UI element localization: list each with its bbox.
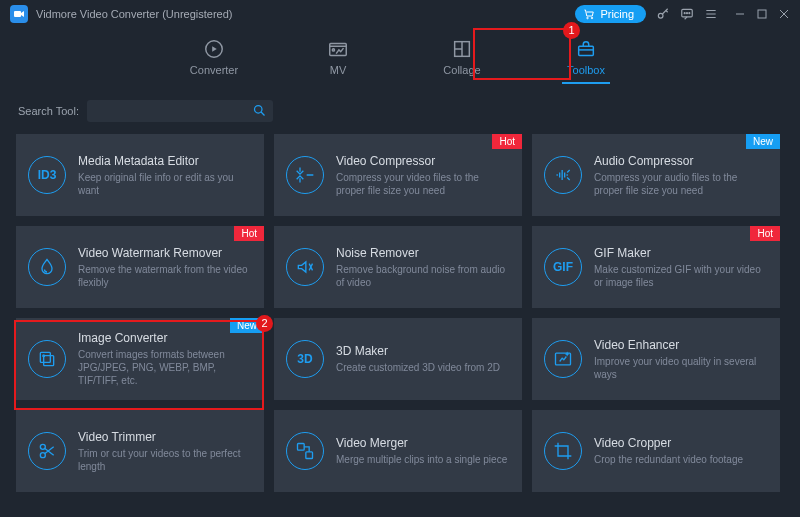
- card-desc: Remove the watermark from the video flex…: [78, 263, 252, 289]
- search-box: [87, 100, 273, 122]
- close-button[interactable]: [778, 8, 790, 20]
- card-audio-compressor[interactable]: New Audio CompressorCompress your audio …: [532, 134, 780, 216]
- mv-icon: [327, 38, 349, 60]
- hot-badge: Hot: [492, 134, 522, 149]
- gif-icon: GIF: [544, 248, 582, 286]
- svg-point-6: [687, 13, 688, 14]
- tabbar: Converter MV Collage Toolbox: [0, 34, 800, 84]
- card-title: 3D Maker: [336, 344, 500, 358]
- card-title: Noise Remover: [336, 246, 510, 260]
- search-row: Search Tool:: [0, 84, 800, 134]
- card-title: Video Merger: [336, 436, 507, 450]
- card-title: Video Enhancer: [594, 338, 768, 352]
- card-title: GIF Maker: [594, 246, 768, 260]
- card-desc: Crop the redundant video footage: [594, 453, 743, 466]
- cropper-icon: [544, 432, 582, 470]
- search-icon[interactable]: [252, 103, 267, 120]
- card-desc: Create customized 3D video from 2D: [336, 361, 500, 374]
- merger-icon: [286, 432, 324, 470]
- card-desc: Improve your video quality in several wa…: [594, 355, 768, 381]
- svg-rect-13: [579, 46, 594, 55]
- maximize-button[interactable]: [756, 8, 768, 20]
- card-video-merger[interactable]: Video MergerMerge multiple clips into a …: [274, 410, 522, 492]
- 3d-icon: 3D: [286, 340, 324, 378]
- app-title: Vidmore Video Converter (Unregistered): [36, 8, 232, 20]
- cart-icon: [583, 8, 595, 20]
- annotation-step-1: 1: [563, 22, 580, 39]
- converter-icon: [203, 38, 225, 60]
- card-watermark-remover[interactable]: Hot Video Watermark RemoverRemove the wa…: [16, 226, 264, 308]
- card-video-cropper[interactable]: Video CropperCrop the redundant video fo…: [532, 410, 780, 492]
- svg-point-20: [40, 453, 45, 458]
- card-image-converter[interactable]: New Image ConverterConvert images format…: [16, 318, 264, 400]
- watermark-icon: [28, 248, 66, 286]
- audio-compress-icon: [544, 156, 582, 194]
- card-desc: Compress your audio files to the proper …: [594, 171, 768, 197]
- card-3d-maker[interactable]: 3D 3D MakerCreate customized 3D video fr…: [274, 318, 522, 400]
- noise-icon: [286, 248, 324, 286]
- card-title: Image Converter: [78, 331, 252, 345]
- hot-badge: Hot: [750, 226, 780, 241]
- card-media-metadata-editor[interactable]: ID3 Media Metadata EditorKeep original f…: [16, 134, 264, 216]
- card-video-enhancer[interactable]: Video EnhancerImprove your video quality…: [532, 318, 780, 400]
- svg-rect-22: [306, 452, 313, 459]
- toolbox-icon: [575, 38, 597, 60]
- tab-converter[interactable]: Converter: [180, 34, 248, 84]
- pricing-label: Pricing: [600, 8, 634, 20]
- pricing-button[interactable]: Pricing: [575, 5, 646, 23]
- enhancer-icon: [544, 340, 582, 378]
- card-desc: Merge multiple clips into a single piece: [336, 453, 507, 466]
- tab-toolbox[interactable]: Toolbox: [552, 34, 620, 84]
- svg-rect-0: [14, 11, 21, 17]
- minimize-button[interactable]: [734, 8, 746, 20]
- svg-point-3: [658, 13, 663, 18]
- card-noise-remover[interactable]: Noise RemoverRemove background noise fro…: [274, 226, 522, 308]
- menu-icon[interactable]: [704, 7, 718, 21]
- svg-point-1: [587, 17, 589, 19]
- search-input[interactable]: [87, 100, 273, 122]
- tab-label: Toolbox: [567, 64, 605, 76]
- titlebar: Vidmore Video Converter (Unregistered) P…: [0, 0, 800, 28]
- key-icon[interactable]: [656, 7, 670, 21]
- card-video-compressor[interactable]: Hot Video CompressorCompress your video …: [274, 134, 522, 216]
- svg-rect-21: [298, 444, 305, 451]
- search-label: Search Tool:: [18, 105, 79, 117]
- card-desc: Remove background noise from audio of vi…: [336, 263, 510, 289]
- card-title: Video Compressor: [336, 154, 510, 168]
- tab-label: Collage: [443, 64, 480, 76]
- svg-point-19: [40, 444, 45, 449]
- card-desc: Convert images formats between JPG/JPEG,…: [78, 348, 252, 387]
- annotation-step-2: 2: [256, 315, 273, 332]
- id3-icon: ID3: [28, 156, 66, 194]
- card-desc: Make customized GIF with your video or i…: [594, 263, 768, 289]
- app-logo: [10, 5, 28, 23]
- svg-point-11: [332, 49, 334, 51]
- tab-mv[interactable]: MV: [304, 34, 372, 84]
- card-desc: Compress your video files to the proper …: [336, 171, 510, 197]
- card-title: Video Watermark Remover: [78, 246, 252, 260]
- hot-badge: Hot: [234, 226, 264, 241]
- feedback-icon[interactable]: [680, 7, 694, 21]
- collage-icon: [451, 38, 473, 60]
- card-title: Video Trimmer: [78, 430, 252, 444]
- svg-rect-15: [40, 352, 50, 362]
- card-gif-maker[interactable]: Hot GIF GIF MakerMake customized GIF wit…: [532, 226, 780, 308]
- tab-collage[interactable]: Collage: [428, 34, 496, 84]
- svg-rect-8: [758, 10, 766, 18]
- svg-rect-16: [44, 356, 54, 366]
- trimmer-icon: [28, 432, 66, 470]
- card-title: Video Cropper: [594, 436, 743, 450]
- card-title: Audio Compressor: [594, 154, 768, 168]
- svg-point-2: [592, 17, 594, 19]
- tool-grid: ID3 Media Metadata EditorKeep original f…: [0, 134, 800, 492]
- card-title: Media Metadata Editor: [78, 154, 252, 168]
- svg-point-7: [689, 13, 690, 14]
- svg-point-5: [684, 13, 685, 14]
- card-desc: Keep original file info or edit as you w…: [78, 171, 252, 197]
- image-convert-icon: [28, 340, 66, 378]
- card-desc: Trim or cut your videos to the perfect l…: [78, 447, 252, 473]
- compress-icon: [286, 156, 324, 194]
- card-video-trimmer[interactable]: Video TrimmerTrim or cut your videos to …: [16, 410, 264, 492]
- tab-label: MV: [330, 64, 347, 76]
- svg-point-14: [254, 106, 262, 114]
